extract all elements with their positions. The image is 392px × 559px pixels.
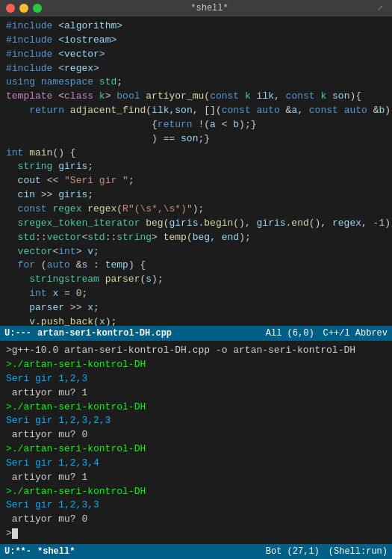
code-line: sregex_token_iterator beg(giris.begin(),… (6, 217, 386, 231)
code-line: template <class k> bool artiyor_mu(const… (6, 90, 386, 104)
shell-line: artiyor mu? 1 (6, 471, 386, 485)
editor-status-right: All (6,0) C++/l Abbrev (266, 328, 388, 339)
shell-line: Seri gir 1,2,3,3 (6, 498, 386, 513)
shell-line: >./artan-seri-kontrol-DH (6, 442, 386, 457)
code-line: string giris; (6, 160, 386, 174)
resize-icon[interactable]: ⤢ (377, 4, 386, 13)
title-bar: *shell* ⤢ (0, 0, 392, 16)
shell-line: >./artan-seri-kontrol-DH (6, 485, 386, 499)
code-line: cout << "Seri gir "; (6, 174, 386, 188)
shell-output[interactable]: >g++-10.0 artan-seri-kontrol-DH.cpp -o a… (0, 341, 392, 544)
shell-mode: U:**- (4, 546, 31, 557)
code-line: for (auto &s : temp) { (6, 259, 386, 273)
editor-status-bar: U:--- artan-seri-kontrol-DH.cpp All (6,0… (0, 326, 392, 341)
code-line: return adjacent_find(ilk,son, [](const a… (6, 104, 386, 118)
code-line: #include <regex> (6, 62, 386, 76)
cursor (12, 528, 18, 539)
code-line: #include <algorithm> (6, 19, 386, 34)
code-line: #include <vector> (6, 48, 386, 62)
shell-line: Seri gir 1,2,3,2,3 (6, 414, 386, 428)
code-line: vector<int> v; (6, 245, 386, 259)
maximize-button[interactable] (33, 4, 42, 13)
code-line: v.push_back(x); (6, 315, 386, 326)
code-line: ) == son;} (6, 132, 386, 146)
code-line: using namespace std; (6, 75, 386, 90)
code-line: int x = 0; (6, 287, 386, 301)
code-line: stringstream parser(s); (6, 273, 386, 287)
code-line: std::vector<std::string> temp(beg, end); (6, 231, 386, 245)
shell-line: artiyor mu? 0 (6, 513, 386, 527)
shell-line: >./artan-seri-kontrol-DH (6, 358, 386, 372)
close-button[interactable] (6, 4, 15, 13)
shell-line: Seri gir 1,2,3 (6, 372, 386, 386)
shell-cursor-line: > (6, 527, 386, 541)
shell-status-bar: U:**- *shell* Bot (27,1) (Shell:run) (0, 544, 392, 559)
code-line: {return !(a < b);} (6, 118, 386, 132)
code-line: cin >> giris; (6, 188, 386, 203)
editor-filetype: C++/l Abbrev (323, 328, 388, 339)
editor-mode: U:--- (4, 328, 31, 339)
shell-line: Seri gir 1,2,3,4 (6, 457, 386, 471)
shell-line: artiyor mu? 1 (6, 386, 386, 401)
window: *shell* ⤢ #include <algorithm> #include … (0, 0, 392, 559)
editor-filename: artan-seri-kontrol-DH.cpp (37, 328, 172, 339)
window-title: *shell* (42, 3, 377, 13)
code-line: #include <iostream> (6, 34, 386, 48)
shell-name: *shell* (37, 546, 75, 557)
shell-position: Bot (27,1) (266, 546, 320, 557)
code-line: const regex regex(R"(\s*,\s*)"); (6, 203, 386, 217)
minimize-button[interactable] (19, 4, 28, 13)
traffic-lights (6, 4, 42, 13)
shell-status-right: Bot (27,1) (Shell:run) (266, 546, 388, 557)
shell-info: (Shell:run) (329, 546, 388, 557)
shell-line: >g++-10.0 artan-seri-kontrol-DH.cpp -o a… (6, 344, 386, 358)
code-line: parser >> x; (6, 301, 386, 315)
shell-line: >./artan-seri-kontrol-DH (6, 401, 386, 415)
shell-line: artiyor mu? 0 (6, 428, 386, 442)
code-editor[interactable]: #include <algorithm> #include <iostream>… (0, 16, 392, 326)
code-line: int main() { (6, 146, 386, 161)
editor-position: All (6,0) (266, 328, 314, 339)
